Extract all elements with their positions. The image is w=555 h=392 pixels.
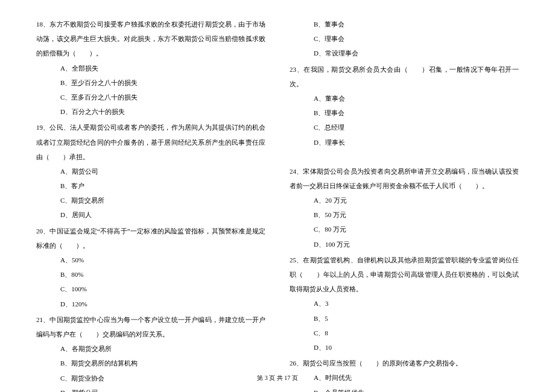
q19-option-c: C、期货交易所 bbox=[36, 193, 265, 207]
q25-text: 25、在期货监管机构、自律机构以及其他承担期货监管职能的专业监管岗位任职（ ）年… bbox=[290, 253, 519, 297]
q19-text: 19、公民、法人受期货公司或者客户的委托，作为居间人为其提供订约的机会或者订立期… bbox=[36, 120, 265, 164]
q21-text: 21、中国期货监控中心应当为每一个客户设立统一开户编码，并建立统一开户编码与客户… bbox=[36, 312, 265, 341]
q23-option-a: A、董事会 bbox=[290, 91, 519, 106]
q20-text: 20、中国证监会规定“不得高于”一定标准的风险监管指标，其预警标准是规定标准的（… bbox=[36, 224, 265, 253]
q26-option-b: B、会员等级优先 bbox=[290, 385, 519, 393]
q22-option-c: C、理事会 bbox=[290, 31, 519, 46]
q24-option-d: D、100 万元 bbox=[290, 237, 519, 251]
q18-option-b: B、至少百分之八十的损失 bbox=[36, 75, 265, 90]
q24-text: 24、宋体期货公司会员为投资者向交易所申请开立交易编码，应当确认该投资者前一交易… bbox=[290, 164, 519, 193]
question-23: 23、在我国，期货交易所会员大会由（ ）召集，一般情况下每年召开一次。 A、董事… bbox=[290, 62, 519, 150]
q24-option-c: C、80 万元 bbox=[290, 222, 519, 236]
q19-option-d: D、居间人 bbox=[36, 207, 265, 222]
q20-option-a: A、50% bbox=[36, 253, 265, 267]
q19-option-b: B、客户 bbox=[36, 179, 265, 193]
q25-option-d: D、10 bbox=[290, 340, 519, 355]
q18-option-c: C、至多百分之八十的损失 bbox=[36, 90, 265, 104]
q23-text: 23、在我国，期货交易所会员大会由（ ）召集，一般情况下每年召开一次。 bbox=[290, 62, 519, 91]
content-columns: 18、东方不败期货公司接受客户独孤求败的全权委托进行期货交易，由于市场动荡，该交… bbox=[36, 17, 519, 392]
question-24: 24、宋体期货公司会员为投资者向交易所申请开立交易编码，应当确认该投资者前一交易… bbox=[290, 164, 519, 251]
question-25: 25、在期货监管机构、自律机构以及其他承担期货监管职能的专业监管岗位任职（ ）年… bbox=[290, 253, 519, 355]
q24-option-a: A、20 万元 bbox=[290, 193, 519, 207]
q18-option-d: D、百分之六十的损失 bbox=[36, 104, 265, 119]
q25-option-b: B、5 bbox=[290, 311, 519, 326]
q20-option-d: D、120% bbox=[36, 297, 265, 311]
q22-option-b: B、董事会 bbox=[290, 17, 519, 31]
left-column: 18、东方不败期货公司接受客户独孤求败的全权委托进行期货交易，由于市场动荡，该交… bbox=[36, 17, 265, 392]
question-22-part2: B、董事会 C、理事会 D、常设理事会 bbox=[290, 17, 519, 61]
q22-option-d: D、常设理事会 bbox=[290, 46, 519, 60]
q18-option-a: A、全部损失 bbox=[36, 61, 265, 75]
q21-option-d: D、期货公司 bbox=[36, 385, 265, 392]
q20-option-b: B、80% bbox=[36, 267, 265, 282]
right-column: B、董事会 C、理事会 D、常设理事会 23、在我国，期货交易所会员大会由（ ）… bbox=[290, 17, 519, 392]
q23-option-b: B、理事会 bbox=[290, 106, 519, 120]
question-19: 19、公民、法人受期货公司或者客户的委托，作为居间人为其提供订约的机会或者订立期… bbox=[36, 120, 265, 222]
question-20: 20、中国证监会规定“不得高于”一定标准的风险监管指标，其预警标准是规定标准的（… bbox=[36, 224, 265, 311]
q18-text: 18、东方不败期货公司接受客户独孤求败的全权委托进行期货交易，由于市场动荡，该交… bbox=[36, 17, 265, 61]
spacer bbox=[290, 151, 519, 164]
q23-option-c: C、总经理 bbox=[290, 120, 519, 134]
question-18: 18、东方不败期货公司接受客户独孤求败的全权委托进行期货交易，由于市场动荡，该交… bbox=[36, 17, 265, 119]
q26-text: 26、期货公司应当按照（ ）的原则传递客户交易指令。 bbox=[290, 356, 519, 370]
q25-option-c: C、8 bbox=[290, 326, 519, 340]
q21-option-b: B、期货交易所的结算机构 bbox=[36, 356, 265, 370]
q25-option-a: A、3 bbox=[290, 296, 519, 311]
q19-option-a: A、期货公司 bbox=[36, 164, 265, 179]
q20-option-c: C、100% bbox=[36, 282, 265, 296]
page-footer: 第 3 页 共 17 页 bbox=[0, 371, 555, 385]
q23-option-d: D、理事长 bbox=[290, 135, 519, 150]
q21-option-a: A、各期货交易所 bbox=[36, 341, 265, 356]
q24-option-b: B、50 万元 bbox=[290, 207, 519, 222]
